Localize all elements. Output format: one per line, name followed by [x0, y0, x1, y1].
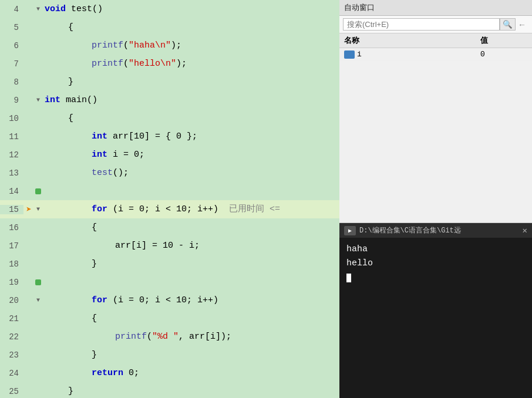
variable-name: i [344, 50, 480, 59]
back-button[interactable]: ← [516, 19, 528, 31]
token-plain: test() [66, 4, 103, 14]
line-number: 16 [0, 223, 23, 232]
code-line-9: 9▼int main() [0, 91, 339, 109]
collapse-icon[interactable]: ▼ [34, 206, 42, 213]
token-str: "hello\n" [129, 59, 176, 69]
token-fn: printf [92, 41, 123, 50]
line-number: 17 [0, 241, 23, 251]
token-plain: (); [113, 168, 129, 178]
code-content: { [42, 218, 339, 237]
token-fn: test [92, 168, 113, 178]
terminal-cursor [346, 274, 351, 282]
token-plain: (i = 0; i < 10; i++) [107, 204, 218, 214]
terminal-title-bar: ▶ D:\编程合集\C语言合集\Git远 ✕ [339, 223, 532, 238]
auto-window-title: 自动窗口 [339, 0, 532, 16]
code-line-8: 8} [0, 73, 339, 91]
token-kw: return [92, 368, 123, 378]
collapse-icon[interactable]: ▼ [34, 6, 42, 12]
token-plain: ( [123, 59, 129, 69]
token-plain: { [92, 222, 97, 232]
code-content: { [42, 309, 339, 328]
code-content: } [42, 346, 339, 364]
line-number: 6 [0, 41, 23, 50]
variable-value: 0 [480, 50, 527, 59]
terminal-content: hahahello [339, 238, 532, 289]
token-plain: ); [176, 59, 187, 69]
token-plain: ); [171, 41, 181, 50]
line-number: 7 [0, 59, 23, 69]
code-content: } [42, 73, 339, 91]
code-line-10: 10{ [0, 109, 339, 127]
code-editor: 4▼void test()5{6printf("haha\n");7printf… [0, 0, 339, 398]
code-line-13: 13test(); [0, 164, 339, 182]
token-plain: { [68, 113, 73, 123]
token-plain: } [68, 386, 73, 396]
breakpoint-dot-inner [35, 279, 41, 285]
search-input[interactable] [343, 18, 500, 31]
breakpoint-dot [34, 279, 42, 285]
token-plain: 0; [123, 368, 139, 378]
token-plain: } [92, 259, 97, 269]
code-content: return 0; [42, 364, 339, 382]
token-kw: int [92, 131, 107, 141]
code-content: int arr[10] = { 0 }; [42, 127, 339, 146]
token-kw: void [45, 4, 66, 14]
line-number: 25 [0, 387, 23, 396]
code-line-4: 4▼void test() [0, 0, 339, 18]
search-bar: 🔍 ← [339, 16, 532, 33]
col-value-header: 值 [480, 35, 527, 46]
terminal-line: hello [346, 257, 525, 271]
token-kw: int [92, 150, 107, 160]
code-line-12: 12int i = 0; [0, 146, 339, 164]
code-line-16: 16{ [0, 218, 339, 237]
line-number: 18 [0, 259, 23, 269]
search-icon: 🔍 [503, 20, 513, 29]
token-kw: for [92, 204, 107, 214]
code-content: { [42, 18, 339, 36]
variable-name-text: i [357, 50, 362, 59]
back-arrow-icon: ← [518, 20, 526, 29]
token-plain: } [68, 77, 73, 87]
line-number: 14 [0, 187, 23, 196]
token-cm: 已用时间 <= [218, 204, 280, 214]
breakpoint-dot [34, 188, 42, 194]
code-line-17: 17arr[i] = 10 - i; [0, 237, 339, 255]
code-line-24: 24return 0; [0, 364, 339, 382]
token-str: "%d " [152, 332, 179, 342]
token-plain: , arr[i]); [179, 332, 231, 342]
variable-row: i0 [339, 48, 532, 61]
terminal-title: D:\编程合集\C语言合集\Git远 [359, 225, 461, 235]
token-str: "haha\n" [129, 41, 171, 50]
code-line-18: 18} [0, 255, 339, 273]
code-line-14: 14 [0, 182, 339, 200]
token-plain: main() [60, 95, 97, 105]
search-button[interactable]: 🔍 [500, 18, 516, 31]
line-number: 11 [0, 132, 23, 141]
code-content: printf("haha\n"); [42, 36, 339, 55]
code-content: test(); [42, 164, 339, 182]
token-plain: ( [147, 332, 152, 342]
code-line-6: 6printf("haha\n"); [0, 36, 339, 55]
code-line-22: 22printf("%d ", arr[i]); [0, 328, 339, 346]
line-number: 8 [0, 77, 23, 87]
breakpoint-dot-inner [35, 188, 41, 194]
line-number: 15 [0, 205, 23, 214]
terminal-line: haha [346, 242, 525, 257]
line-number: 13 [0, 168, 23, 178]
token-plain: i = 0; [107, 150, 144, 160]
terminal-close-button[interactable]: ✕ [523, 225, 527, 235]
terminal-cursor-line [346, 271, 525, 285]
arrow-indicator: ➤ [23, 204, 34, 215]
line-number: 24 [0, 369, 23, 378]
variable-icon [344, 50, 355, 59]
terminal-icon: ▶ [344, 226, 356, 235]
line-number: 22 [0, 332, 23, 342]
token-fn: printf [92, 59, 123, 69]
collapse-icon[interactable]: ▼ [34, 297, 42, 303]
code-line-25: 25} [0, 382, 339, 398]
right-panel: 自动窗口 🔍 ← 名称 值 i0 ▶ D:\编程合集\C语言合集\Git远 ✕ … [339, 0, 532, 398]
token-plain: (i = 0; i < 10; i++) [107, 295, 218, 305]
code-content: } [42, 382, 339, 398]
collapse-icon[interactable]: ▼ [34, 97, 42, 103]
auto-window: 自动窗口 🔍 ← 名称 值 i0 [339, 0, 532, 223]
